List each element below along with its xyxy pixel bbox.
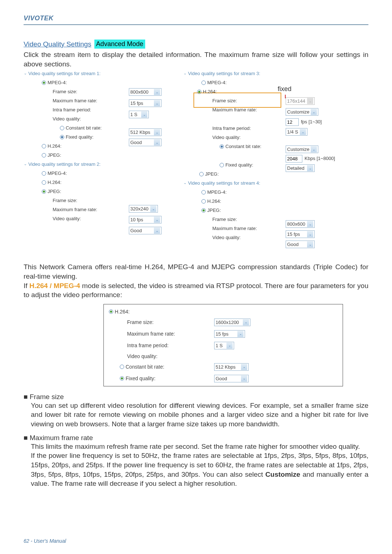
s1-fq-radio[interactable]: Fixed quality: — [60, 134, 183, 140]
s3-intra-label: Intra frame period: — [212, 126, 274, 131]
s2-vq-select[interactable]: Good⌄ — [129, 227, 162, 234]
s4-frame-size-select[interactable]: 800x600⌄ — [286, 220, 315, 228]
s1-maxfr-label: Maximum frame rate: — [53, 98, 114, 103]
inset-cbr-radio[interactable]: Constant bit rate: — [120, 364, 214, 370]
stream4-heading[interactable]: ⌄Video quality settings for stream 4: — [183, 180, 365, 186]
inset-intra-select[interactable]: 1 S⌄ — [214, 342, 234, 349]
chevron-down-icon: ⌄ — [241, 364, 247, 370]
s3-fq-select[interactable]: Detailed⌄ — [286, 164, 315, 172]
chevron-down-icon: ⌄ — [307, 221, 313, 227]
s1-frame-size-select[interactable]: 800x600⌄ — [129, 88, 162, 96]
chevron-down-icon: ⌄ — [154, 139, 160, 145]
chevron-down-icon: ⌄ — [150, 206, 156, 212]
s4-jpeg-radio[interactable]: JPEG: — [201, 208, 365, 213]
s2-maxfr-select[interactable]: 10 fps⌄ — [129, 216, 162, 223]
s2-maxfr-label: Maximum frame rate: — [53, 207, 114, 212]
chevron-down-icon: ⌄ — [307, 98, 313, 104]
stream2-heading[interactable]: ⌄Video quality settings for stream 2: — [24, 161, 183, 167]
s1-cbr-select[interactable]: 512 Kbps⌄ — [129, 128, 162, 136]
bullet-frame-size-body: You can set up different video resolutio… — [31, 401, 368, 429]
settings-panels: fixed ⌄Video quality settings for stream… — [24, 71, 368, 256]
s4-h264-radio[interactable]: H.264: — [201, 198, 365, 204]
s2-frame-size-select[interactable]: 320x240⌄ — [129, 205, 158, 213]
s3-maxfr-hint: fps [1~30] — [301, 119, 322, 124]
s1-jpeg-radio[interactable]: JPEG: — [42, 152, 183, 158]
s1-intra-label: Intra frame period: — [53, 107, 114, 112]
s1-intra-select[interactable]: 1 S⌄ — [129, 111, 149, 118]
brand-text: VIVOTEK — [24, 15, 54, 22]
s3-cbr-select[interactable]: Customize⌄ — [286, 145, 318, 153]
inset-fq-select[interactable]: Good⌄ — [214, 375, 249, 382]
page-footer: 62 - User's Manual — [24, 538, 66, 544]
s4-maxfr-select[interactable]: 15 fps⌄ — [286, 230, 315, 238]
s1-h264-radio[interactable]: H.264: — [42, 143, 183, 149]
s3-frame-size-label: Frame size: — [212, 98, 274, 103]
chevron-down-icon: ⌄ — [154, 100, 160, 106]
chevron-down-icon: ⌄ — [243, 319, 249, 325]
section-title-row: Video Quality Settings Advanced Mode — [24, 40, 368, 49]
chevron-down-icon: ⌄ — [226, 342, 233, 349]
s4-maxfr-label: Maximum frame rate: — [212, 226, 274, 231]
s3-frame-size-select: 176x144⌄ — [286, 97, 315, 105]
s3-maxfr-select[interactable]: Customize⌄ — [286, 108, 318, 116]
stream3-heading[interactable]: ⌄Video quality settings for stream 3: — [183, 71, 365, 76]
s3-cbr-input[interactable] — [286, 155, 302, 163]
s3-vq-label: Video quality: — [212, 135, 274, 140]
s2-h264-radio[interactable]: H.264: — [42, 180, 183, 185]
s3-jpeg-radio[interactable]: JPEG: — [199, 171, 365, 177]
chevron-down-icon: ⌄ — [311, 109, 317, 115]
inset-fq-radio[interactable]: Fixed quality: — [120, 376, 214, 381]
s1-fq-select[interactable]: Good⌄ — [129, 139, 162, 146]
s1-maxfr-select[interactable]: 15 fps⌄ — [129, 99, 162, 107]
video-quality-settings-link[interactable]: Video Quality Settings — [24, 40, 91, 48]
inset-fs-label: Frame size: — [127, 319, 214, 325]
s3-cbr-hint: Kbps [1~8000] — [305, 156, 335, 161]
s3-mpeg4-radio[interactable]: MPEG-4: — [201, 80, 365, 85]
chevron-down-icon: ⌄ — [307, 231, 313, 237]
s3-maxfr-label: Maximum frame rate: — [212, 107, 274, 112]
stream1-heading[interactable]: ⌄Video quality settings for stream 1: — [24, 71, 183, 76]
s4-frame-size-label: Frame size: — [212, 217, 274, 222]
s2-jpeg-radio[interactable]: JPEG: — [42, 189, 183, 194]
chevron-down-icon: ⌄ — [237, 331, 244, 337]
chevron-down-icon: ⌄ — [241, 376, 247, 382]
inset-fs-select[interactable]: 1600x1200⌄ — [214, 319, 250, 326]
inset-intra-label: Intra frame period: — [127, 342, 214, 348]
bullet-maxfr-title: ■ Maximum frame rate — [24, 434, 368, 442]
chevron-down-icon: ⌄ — [154, 129, 160, 135]
chevron-down-icon: ⌄ — [311, 146, 317, 152]
inset-h264-panel: H.264: Frame size:1600x1200⌄ Maximum fra… — [103, 304, 343, 386]
chevron-down-icon: ⌄ — [154, 227, 160, 234]
s3-intra-select[interactable]: 1/4 S⌄ — [286, 128, 307, 136]
inset-h264-radio[interactable]: H.264: — [109, 309, 338, 315]
highlight-h264-mpeg4: H.264 / MPEG-4 — [29, 282, 80, 290]
s1-vq-label: Video quality: — [53, 116, 114, 122]
inset-cbr-select[interactable]: 512 Kbps⌄ — [214, 363, 249, 371]
chevron-down-icon: ⌄ — [154, 217, 160, 223]
advanced-mode-badge: Advanced Mode — [94, 40, 145, 49]
bullet-maxfr-body1: This limits the maximum refresh frame ra… — [31, 442, 368, 451]
inset-mfr-select[interactable]: 15 fps⌄ — [214, 330, 245, 338]
s4-vq-label: Video quality: — [212, 235, 274, 240]
chevron-down-icon: ⌄ — [300, 129, 306, 135]
chevron-down-icon: ⌄ — [141, 111, 147, 118]
customize-bold: Customize — [265, 471, 300, 478]
chevron-down-icon: ⌄ — [307, 165, 313, 171]
chevron-down-icon: ⌄ — [183, 72, 187, 75]
intro-text: Click the stream item to display the det… — [24, 50, 368, 69]
s4-vq-select[interactable]: Good⌄ — [286, 241, 315, 248]
chevron-down-icon: ⌄ — [24, 163, 27, 166]
chevron-down-icon: ⌄ — [307, 241, 313, 247]
s1-mpeg4-radio[interactable]: MPEG-4: — [42, 80, 183, 85]
paragraph-2: If H.264 / MPEG-4 mode is selected, the … — [24, 281, 368, 300]
s3-h264-radio[interactable]: H.264: — [197, 89, 365, 94]
s2-frame-size-label: Frame size: — [53, 198, 114, 203]
s1-cbr-radio[interactable]: Constant bit rate: — [60, 125, 183, 131]
s2-mpeg4-radio[interactable]: MPEG-4: — [42, 171, 183, 176]
s3-maxfr-input[interactable] — [286, 118, 299, 126]
chevron-down-icon: ⌄ — [154, 89, 160, 95]
s4-mpeg4-radio[interactable]: MPEG-4: — [201, 189, 365, 195]
page-header: VIVOTEK — [24, 15, 368, 25]
bullet-frame-size-title: ■ Frame size — [24, 393, 368, 401]
inset-vq-label: Video quality: — [127, 353, 214, 359]
